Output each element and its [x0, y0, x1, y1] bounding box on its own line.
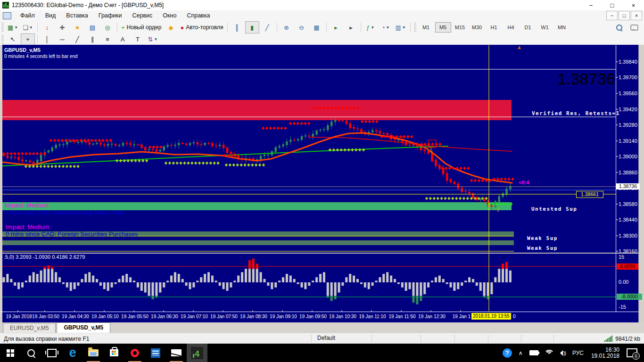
mdi-restore-button[interactable]: □ — [619, 11, 630, 20]
clock[interactable]: 16:30 19.01.2018 — [587, 347, 624, 359]
wifi-tray-button[interactable] — [542, 344, 557, 362]
tray-expand-button[interactable]: ∧ — [515, 344, 526, 362]
timeframe-M5[interactable]: M5 — [435, 22, 451, 33]
timeframe-M15[interactable]: M15 — [452, 22, 468, 33]
status-profile[interactable]: Default — [311, 335, 372, 343]
zoom-in-button[interactable]: ⊕ — [280, 21, 294, 33]
chart-bars-button[interactable]: ║ — [230, 21, 244, 33]
menu-Сервис[interactable]: Сервис — [127, 10, 158, 21]
language-indicator[interactable]: РУС — [569, 344, 587, 362]
tab-EURUSD_v,M5[interactable]: EURUSD_v,M5 — [3, 323, 56, 333]
indicator-upper-box: 8.0000 — [617, 263, 638, 270]
templates-button[interactable]: ▥▼ — [394, 21, 408, 33]
new-chart-button[interactable]: ▦▼ — [6, 21, 20, 33]
fibonacci-button[interactable]: ≡ — [100, 33, 115, 46]
price-scale-divider — [616, 45, 616, 312]
hline-button[interactable]: ─ — [55, 33, 69, 46]
menu-Вставка[interactable]: Вставка — [61, 10, 93, 21]
periods-button[interactable]: ◔▼ — [379, 21, 393, 33]
community-chat-button[interactable] — [627, 21, 641, 33]
drawing-toolbar: ↖+│─╱∥≡AT⇅▼ — [0, 34, 644, 45]
bar-timer-label: 0 minutes 4 seconds left to bar end — [4, 54, 78, 59]
timeframe-MN[interactable]: MN — [554, 22, 570, 33]
new-order-button[interactable]: +Новый ордер — [120, 21, 163, 33]
trendline-button[interactable]: ╱ — [70, 33, 84, 46]
tab-GBPUSD_v,M5[interactable]: GBPUSD_v,M5 — [57, 322, 110, 333]
data-window-button[interactable]: ✚ — [55, 21, 69, 33]
toolbar-search-button[interactable] — [612, 21, 626, 33]
volume-tray-button[interactable]: )) — [557, 344, 569, 362]
arrows-button[interactable]: ⇅▼ — [146, 33, 160, 46]
maximize-button[interactable]: □ — [602, 0, 623, 10]
mt4-taskbar-button[interactable]: 4 — [187, 344, 207, 362]
indicator-values-label: .5,0) 3.2093 -1.0930 0.4186 2.6279 — [4, 254, 85, 260]
text-label-button[interactable]: T — [131, 33, 145, 46]
close-button[interactable]: × — [623, 0, 644, 10]
market-watch-button[interactable]: ↕ — [40, 21, 54, 33]
store-button[interactable] — [104, 344, 124, 362]
strategy-tester-button[interactable]: ◎ — [100, 21, 115, 33]
indicators-button[interactable]: ƒ▼ — [363, 21, 378, 33]
opera-button[interactable] — [124, 344, 145, 362]
pane-splitter[interactable] — [0, 253, 638, 254]
folder-icon — [88, 349, 99, 356]
timeframe-M1[interactable]: M1 — [418, 22, 434, 33]
profiles-button[interactable]: ❏▼ — [21, 21, 35, 33]
mdi-minimize-button[interactable]: − — [606, 11, 618, 20]
task-view-button[interactable] — [41, 344, 62, 362]
timeframe-H4[interactable]: H4 — [503, 22, 519, 33]
menu-Справка[interactable]: Справка — [182, 10, 215, 21]
vline-button[interactable]: │ — [40, 33, 54, 46]
chart-candles-button-icon: ▮ — [250, 24, 254, 31]
menu-Графики[interactable]: Графики — [93, 10, 127, 21]
chart-shift-button[interactable]: ▸ — [344, 21, 358, 33]
navigator-button[interactable]: ★ — [70, 21, 84, 33]
toolbar-separator — [410, 23, 411, 32]
action-center-button[interactable]: 1 — [627, 348, 637, 357]
metaeditor-button[interactable]: ◆ — [164, 21, 178, 33]
timeframe-H1[interactable]: H1 — [486, 22, 502, 33]
system-tray: ? ∧ )) РУС 16:30 19.01.2018 1 — [499, 344, 644, 362]
cursor-button[interactable]: ↖ — [6, 33, 20, 46]
news-text-2: 0 mins since CAD: Foreign Securities Pur… — [6, 230, 138, 238]
chart-candles-button[interactable]: ▮ — [245, 21, 259, 33]
toolbar-separator — [326, 23, 327, 32]
help-tray-button[interactable]: ? — [499, 344, 515, 362]
traffic-label: 9841/2 kb — [615, 336, 640, 342]
autotrade-button[interactable]: ●Авто-торговля — [179, 21, 224, 33]
minimize-button[interactable]: − — [580, 0, 602, 10]
menu-bar: ФайлВидВставкаГрафикиСервисОкноСправка −… — [0, 10, 644, 21]
chart-canvas[interactable]: ⇩⇧▲ — [0, 45, 644, 312]
zoom-out-button[interactable]: ⊖ — [295, 21, 309, 33]
symbol-label: GBPUSD_v,M5 — [4, 47, 41, 53]
channel-button[interactable]: ∥ — [85, 33, 99, 46]
menu-Вид[interactable]: Вид — [40, 10, 61, 21]
timeframe-D1[interactable]: D1 — [520, 22, 536, 33]
tile-windows-button[interactable]: ▦ — [310, 21, 324, 33]
taskbar-search-button[interactable] — [21, 344, 41, 362]
battery-tray-button[interactable] — [526, 344, 542, 362]
terminal-button[interactable]: ▤ — [85, 21, 99, 33]
mdi-close-button[interactable]: × — [631, 11, 642, 20]
timeframe-M30[interactable]: M30 — [469, 22, 485, 33]
menu-Файл[interactable]: Файл — [15, 10, 40, 21]
file-explorer-button[interactable] — [83, 344, 104, 362]
mail-button[interactable] — [166, 344, 187, 362]
chart-line-button-icon: ╱ — [265, 24, 269, 31]
hline-button-icon: ─ — [60, 36, 64, 43]
start-button[interactable] — [0, 344, 21, 362]
opera-icon — [131, 349, 139, 357]
text-button[interactable]: A — [116, 33, 130, 46]
chart-tab-bar: EURUSD_v,M5GBPUSD_v,M5 — [0, 322, 644, 333]
auto-scroll-button[interactable]: ▸ — [329, 21, 343, 33]
timeframe-W1[interactable]: W1 — [537, 22, 553, 33]
crosshair-button[interactable]: + — [21, 33, 35, 46]
chart-line-button[interactable]: ╱ — [260, 21, 274, 33]
current-price-box: 1.38736 — [616, 183, 640, 189]
edge-button[interactable]: e — [62, 344, 83, 362]
news-app-button[interactable] — [145, 344, 166, 362]
arrows-button-icon: ⇅ — [148, 36, 153, 43]
connection-status[interactable]: 9841/2 kb — [604, 336, 640, 342]
menu-Окно[interactable]: Окно — [157, 10, 182, 21]
speaker-icon: )) — [560, 350, 566, 356]
